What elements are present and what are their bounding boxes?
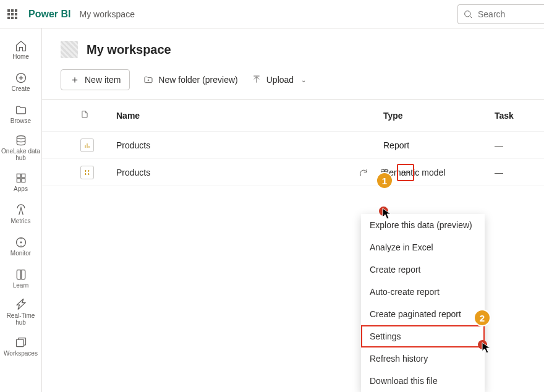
nav-learn[interactable]: Learn <box>0 262 41 294</box>
ctx-analyze-excel[interactable]: Analyze in Excel <box>361 236 485 258</box>
nav-realtime[interactable]: Real-Time hub <box>0 294 41 330</box>
create-icon <box>15 72 27 84</box>
ctx-settings[interactable]: Settings <box>361 325 485 347</box>
learn-icon <box>15 268 27 281</box>
nav-browse[interactable]: Browse <box>0 98 41 130</box>
new-folder-button[interactable]: New folder (preview) <box>143 75 237 85</box>
ctx-refresh-history[interactable]: Refresh history <box>361 347 485 370</box>
page-title: My workspace <box>87 43 171 57</box>
semantic-model-icon <box>80 166 94 179</box>
search-input[interactable] <box>478 9 527 19</box>
table-header: Name Type Task <box>42 100 544 132</box>
browse-icon <box>15 104 27 116</box>
col-header-name[interactable]: Name <box>116 111 383 121</box>
plus-icon: ＋ <box>70 75 80 85</box>
home-icon <box>15 40 27 52</box>
ctx-download-file[interactable]: Download this file <box>361 370 485 392</box>
cursor-pointer-2 <box>482 342 491 356</box>
app-launcher-icon[interactable] <box>7 9 17 19</box>
topbar: Power BI My workspace <box>0 0 544 28</box>
nav-metrics[interactable]: Metrics <box>0 198 41 230</box>
folder-plus-icon <box>143 75 153 85</box>
svg-point-0 <box>465 11 470 16</box>
chevron-down-icon: ⌄ <box>301 77 306 83</box>
apps-icon <box>15 172 27 184</box>
annotation-step-1: 1 <box>376 172 393 189</box>
nav-onelake[interactable]: OneLake data hub <box>0 130 41 166</box>
ctx-explore-data[interactable]: Explore this data (preview) <box>361 214 485 236</box>
metrics-icon <box>15 204 27 216</box>
refresh-icon <box>359 168 368 177</box>
svg-rect-14 <box>16 339 23 347</box>
annotation-step-2: 2 <box>474 309 491 326</box>
ctx-auto-create-report[interactable]: Auto-create report <box>361 281 485 303</box>
report-icon <box>80 138 94 152</box>
monitor-icon <box>15 236 27 249</box>
workspaces-icon <box>15 336 27 349</box>
item-name[interactable]: Products <box>116 168 383 177</box>
nav-apps[interactable]: Apps <box>0 166 41 198</box>
nav-workspaces[interactable]: Workspaces <box>0 330 41 362</box>
realtime-icon <box>15 299 27 311</box>
workspace-toolbar: ＋ New item New folder (preview) Upload ⌄ <box>42 69 544 100</box>
nav-create[interactable]: Create <box>0 66 41 98</box>
brand-label: Power BI <box>28 9 70 20</box>
svg-point-11 <box>20 242 22 243</box>
ctx-create-report[interactable]: Create report <box>361 258 485 281</box>
nav-monitor[interactable]: Monitor <box>0 230 41 262</box>
refresh-button[interactable] <box>355 164 372 181</box>
onelake-icon <box>15 134 27 147</box>
left-nav-rail: Home Create Browse OneLake data hub Apps… <box>0 28 42 392</box>
upload-button[interactable]: Upload ⌄ <box>252 75 306 85</box>
col-header-type[interactable]: Type <box>383 111 495 121</box>
context-menu: Explore this data (preview) Analyze in E… <box>361 214 485 392</box>
svg-rect-7 <box>21 174 25 177</box>
cursor-pointer-1 <box>382 208 392 222</box>
new-item-button[interactable]: ＋ New item <box>61 69 130 90</box>
nav-home[interactable]: Home <box>0 33 41 66</box>
breadcrumb[interactable]: My workspace <box>79 9 134 19</box>
svg-line-1 <box>470 16 472 18</box>
svg-rect-6 <box>17 174 20 177</box>
svg-rect-8 <box>17 178 20 182</box>
workspace-avatar <box>61 41 78 58</box>
svg-point-5 <box>17 136 25 139</box>
col-header-task[interactable]: Task <box>495 111 544 121</box>
search-icon <box>463 9 473 19</box>
search-box[interactable] <box>457 4 544 24</box>
more-options-button[interactable]: ··· <box>397 164 414 181</box>
file-icon <box>80 109 89 119</box>
col-header-icon <box>80 109 116 121</box>
table-row[interactable]: Products Semantic model — ··· <box>42 159 544 186</box>
table-row[interactable]: Products Report — <box>42 132 544 159</box>
item-task: — <box>495 140 544 150</box>
item-type: Report <box>383 140 495 150</box>
svg-rect-9 <box>21 178 25 182</box>
item-task: — <box>495 168 544 177</box>
workspace-header: My workspace <box>42 28 544 69</box>
upload-icon <box>252 75 261 85</box>
ctx-create-paginated[interactable]: Create paginated report <box>361 303 485 325</box>
ellipsis-icon: ··· <box>401 168 410 177</box>
item-name[interactable]: Products <box>116 140 383 150</box>
